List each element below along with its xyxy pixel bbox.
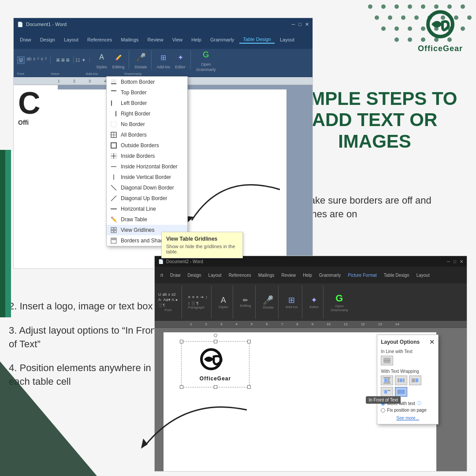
- bottom-border-icon: [110, 78, 117, 86]
- minimize-icon[interactable]: ─: [292, 22, 295, 27]
- wrap-btn-2[interactable]: [395, 376, 407, 385]
- handle-tr[interactable]: [247, 340, 251, 343]
- fix-position-input[interactable]: [381, 408, 385, 413]
- wrap-btn-4[interactable]: [381, 387, 393, 397]
- dropdown-inside-borders[interactable]: Inside Borders: [107, 151, 187, 161]
- dropdown-left-border[interactable]: Left Border: [107, 98, 187, 108]
- svg-point-4: [421, 4, 425, 9]
- mailings-tab-2[interactable]: Mailings: [255, 272, 278, 279]
- dropdown-right-border[interactable]: Right Border: [107, 108, 187, 119]
- f-aa: Aa▾: [164, 298, 171, 302]
- grammarly-tab-2[interactable]: Grammarly: [316, 272, 344, 279]
- ribbon-tab-draw[interactable]: Draw: [16, 36, 35, 43]
- maximize-2[interactable]: □: [454, 259, 456, 264]
- layout-tab-2[interactable]: Layout: [205, 272, 225, 279]
- underline-btn[interactable]: U: [17, 56, 25, 64]
- ribbon-tab-help[interactable]: Help: [188, 36, 205, 43]
- dropdown-inside-h-border[interactable]: Inside Horizontal Border: [107, 161, 187, 172]
- dropdown-inside-v-border[interactable]: Inside Vertical Border: [107, 172, 187, 182]
- ribbon-tab-view[interactable]: View: [169, 36, 186, 43]
- f-x2: x2: [171, 292, 176, 297]
- handle-tl[interactable]: [180, 340, 183, 343]
- review-tab-2[interactable]: Review: [278, 272, 299, 279]
- rotate-handle[interactable]: [214, 334, 217, 337]
- svg-point-23: [394, 37, 399, 42]
- dropdown-top-border[interactable]: Top Border: [107, 87, 187, 98]
- handle-bm[interactable]: [214, 385, 217, 389]
- open-grammarly-btn-1[interactable]: G Open Grammarly: [196, 48, 216, 72]
- help-tab-2[interactable]: Help: [300, 272, 315, 279]
- step-1-text: 1. Make sure borders are off and gridlin…: [291, 194, 458, 221]
- r14: 14: [395, 322, 399, 326]
- addins-btn-1[interactable]: ⊞ Add-ins: [157, 51, 171, 69]
- dropdown-diag-up[interactable]: Diagonal Up Border: [107, 193, 187, 204]
- layout-options-close-btn[interactable]: ✕: [429, 338, 435, 346]
- dropdown-no-border[interactable]: No Border: [107, 119, 187, 130]
- dropdown-bottom-border[interactable]: Bottom Border: [107, 77, 187, 87]
- r12: 12: [361, 322, 365, 326]
- editor-btn-1[interactable]: ✦ Editor: [174, 51, 187, 69]
- wrap-btn-3[interactable]: [409, 376, 421, 385]
- addins-group-1: ⊞ Add-ins ✦ Editor: [153, 51, 191, 69]
- dropdown-all-borders[interactable]: All Borders: [107, 130, 187, 140]
- wrapping-row-2: [381, 387, 435, 397]
- handle-br[interactable]: [247, 385, 251, 389]
- ribbon-tab-review[interactable]: Review: [144, 36, 167, 43]
- editing-btn-1[interactable]: ✏️ Editing: [112, 51, 125, 69]
- picture-format-tab[interactable]: Picture Format: [345, 272, 380, 279]
- addins-label-2: Add-ins: [286, 305, 298, 309]
- svg-point-18: [408, 26, 412, 31]
- close-icon[interactable]: ✕: [305, 22, 309, 27]
- layout-tab-2b[interactable]: Layout: [413, 272, 433, 279]
- styles-btn-1[interactable]: A Styles: [95, 51, 108, 69]
- maximize-icon[interactable]: □: [298, 22, 301, 27]
- addins-section-label: Add-ins: [86, 72, 98, 76]
- dropdown-diag-down[interactable]: Diagonal Down Border: [107, 182, 187, 193]
- table-design-tab-2[interactable]: Table Design: [381, 272, 413, 279]
- handle-bl[interactable]: [180, 385, 183, 389]
- ribbon-tab-layout[interactable]: Layout: [60, 36, 82, 43]
- in-front-label: In Front of Text: [368, 398, 398, 402]
- editing-group-2: ✏ Editing: [236, 286, 256, 319]
- references-tab-2[interactable]: References: [226, 272, 254, 279]
- handle-tm[interactable]: [214, 340, 217, 343]
- inline-btn-1[interactable]: [381, 356, 393, 365]
- close-2[interactable]: ✕: [460, 259, 463, 264]
- step-1-container: 1. Make sure borders are off and gridlin…: [291, 194, 458, 221]
- see-more-link[interactable]: See more...: [396, 416, 419, 420]
- wrap-btn-1[interactable]: [381, 376, 393, 385]
- svg-line-47: [111, 185, 116, 190]
- fix-position-radio[interactable]: Fix position on page: [381, 408, 435, 413]
- font-x4: x: [41, 56, 43, 64]
- top-border-label: Top Border: [121, 89, 147, 96]
- ribbon-tab-mailings[interactable]: Mailings: [117, 36, 142, 43]
- og-logo-image[interactable]: OfficeGear: [181, 341, 249, 387]
- outside-borders-label: Outside Borders: [121, 142, 159, 149]
- styles-label-1: Styles: [96, 65, 107, 69]
- ribbon-tab-design[interactable]: Design: [37, 36, 59, 43]
- dictate-btn-1[interactable]: 🎤 Dictate: [134, 51, 148, 69]
- info-icon[interactable]: ⓘ: [417, 400, 421, 406]
- rt-tab[interactable]: rt: [157, 272, 166, 279]
- minimize-2[interactable]: ─: [447, 259, 450, 264]
- window-title-2: Document2 - Word: [166, 259, 444, 264]
- dropdown-draw-table[interactable]: ✏️ Draw Table: [107, 214, 187, 225]
- dropdown-outside-borders[interactable]: Outside Borders: [107, 140, 187, 151]
- borders-dropdown[interactable]: Bottom Border Top Border Left Border Rig…: [106, 76, 188, 246]
- ribbon-tab-tabledesign[interactable]: Table Design: [239, 36, 275, 44]
- draw-tab-2[interactable]: Draw: [167, 272, 183, 279]
- list-icon: ≡: [56, 56, 60, 63]
- ribbon-tab-grammarly[interactable]: Grammarly: [207, 36, 238, 43]
- r5: 5: [251, 322, 253, 326]
- wrap-btn-5-in-front[interactable]: [395, 387, 407, 397]
- dropdown-horizontal-line[interactable]: Horizontal Line: [107, 204, 187, 214]
- top-border-icon: [110, 89, 117, 96]
- ribbon-tab-references[interactable]: References: [84, 36, 115, 43]
- dictate-icon-1: 🎤: [134, 51, 148, 64]
- layout-options-panel[interactable]: Layout Options ✕ In Line with Text With …: [377, 335, 439, 424]
- ribbon-tabs-1: Draw Design Layout References Mailings R…: [14, 30, 312, 49]
- ribbon-tab-layout2[interactable]: Layout: [276, 36, 298, 43]
- ruler-2: 1234567891011121314: [155, 321, 467, 328]
- font-size-label: 11 ▼: [75, 58, 86, 63]
- design-tab-2[interactable]: Design: [184, 272, 204, 279]
